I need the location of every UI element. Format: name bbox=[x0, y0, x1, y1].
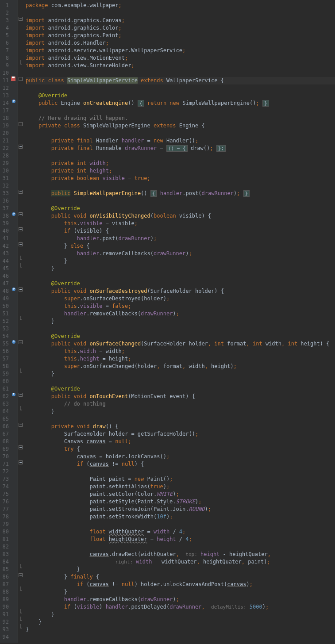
code-line[interactable] bbox=[26, 130, 335, 137]
fold-gutter[interactable] bbox=[18, 0, 23, 643]
line-number[interactable]: 62 bbox=[2, 393, 9, 400]
line-number[interactable]: 32 bbox=[2, 182, 9, 190]
line-number[interactable]: 10 bbox=[2, 69, 9, 77]
line-number[interactable]: 68 bbox=[2, 438, 9, 445]
code-line[interactable]: paint.setAntiAlias(true); bbox=[26, 483, 335, 491]
code-line[interactable]: import android.service.wallpaper.Wallpap… bbox=[26, 47, 335, 54]
fold-cell[interactable] bbox=[18, 406, 23, 414]
code-line[interactable]: private int width; bbox=[26, 160, 335, 167]
code-line[interactable]: paint.setStrokeJoin(Paint.Join.ROUND); bbox=[26, 506, 335, 513]
line-number[interactable]: 52 bbox=[2, 318, 9, 325]
code-line[interactable]: } bbox=[26, 618, 335, 626]
fold-collapse-icon[interactable] bbox=[19, 460, 23, 464]
line-number[interactable]: 79 bbox=[2, 521, 9, 528]
fold-cell[interactable] bbox=[18, 143, 23, 150]
fold-end-icon[interactable] bbox=[18, 316, 23, 323]
code-line[interactable]: @Override bbox=[26, 92, 335, 100]
line-number[interactable]: 63 bbox=[2, 400, 9, 408]
code-line[interactable]: public void onVisibilityChanged(boolean … bbox=[26, 212, 335, 220]
line-number[interactable]: 49 bbox=[2, 295, 9, 303]
line-number[interactable]: 4 bbox=[2, 24, 9, 32]
code-line[interactable]: handler.removeCallbacks(drawRunner); bbox=[26, 310, 335, 318]
fold-end-icon[interactable] bbox=[18, 609, 23, 617]
code-line[interactable]: private boolean visible = true; bbox=[26, 175, 335, 182]
code-line[interactable]: // Here drawing will happen. bbox=[26, 115, 335, 122]
code-line[interactable]: } bbox=[26, 265, 335, 272]
line-number[interactable]: 93 bbox=[2, 626, 9, 633]
line-number[interactable]: 42 bbox=[2, 242, 9, 250]
line-number[interactable]: 33 bbox=[2, 190, 9, 197]
override-icon[interactable] bbox=[12, 340, 16, 344]
line-number[interactable]: 55 bbox=[2, 340, 9, 348]
line-number[interactable]: 22 bbox=[2, 145, 9, 152]
line-number[interactable]: 81 bbox=[2, 536, 9, 543]
code-area[interactable]: package com.example.wallpaper;import and… bbox=[23, 0, 335, 643]
code-line[interactable]: } bbox=[26, 588, 335, 596]
line-number[interactable]: 40 bbox=[2, 227, 9, 235]
code-line[interactable] bbox=[26, 468, 335, 475]
code-line[interactable]: handler.removeCallbacks(drawRunner); bbox=[26, 596, 335, 603]
fold-end-icon[interactable] bbox=[18, 256, 23, 263]
code-line[interactable]: private int height; bbox=[26, 167, 335, 175]
code-line[interactable]: SurfaceHolder holder = getSurfaceHolder(… bbox=[26, 430, 335, 438]
line-number[interactable]: 31 bbox=[2, 175, 9, 182]
line-number[interactable]: 65 bbox=[2, 415, 9, 423]
fold-cell[interactable] bbox=[18, 571, 23, 579]
fold-end-icon[interactable] bbox=[18, 586, 23, 594]
line-number[interactable]: 78 bbox=[2, 513, 9, 521]
code-line[interactable]: public void onTouchEvent(MotionEvent eve… bbox=[26, 393, 335, 400]
line-number[interactable]: 91 bbox=[2, 611, 9, 618]
fold-collapse-icon[interactable] bbox=[19, 145, 23, 149]
code-line[interactable]: } bbox=[26, 626, 335, 633]
code-line[interactable]: // do nothing bbox=[26, 400, 335, 408]
code-line[interactable]: private void draw() { bbox=[26, 423, 335, 430]
line-number[interactable]: 66 bbox=[2, 423, 9, 430]
fold-collapse-icon[interactable] bbox=[19, 288, 23, 291]
code-line[interactable] bbox=[26, 107, 335, 115]
line-number[interactable]: 74 bbox=[2, 483, 9, 491]
fold-collapse-icon[interactable] bbox=[19, 212, 23, 216]
code-line[interactable]: float heightQuater = height / 4; bbox=[26, 536, 335, 543]
code-line[interactable]: } bbox=[26, 257, 335, 265]
line-number[interactable]: 67 bbox=[2, 430, 9, 438]
line-number[interactable]: 87 bbox=[2, 581, 9, 588]
fold-collapse-icon[interactable] bbox=[19, 242, 23, 246]
code-line[interactable]: private final Runnable drawRunner = () →… bbox=[26, 145, 335, 152]
override-icon[interactable] bbox=[12, 392, 16, 397]
line-number[interactable]: 37 bbox=[2, 205, 9, 212]
code-line[interactable]: } bbox=[26, 370, 335, 378]
fold-end-icon[interactable] bbox=[18, 368, 23, 376]
line-number[interactable]: 46 bbox=[2, 272, 9, 280]
code-line[interactable]: handler.post(drawRunner); bbox=[26, 235, 335, 242]
line-number[interactable]: 12 bbox=[2, 84, 9, 92]
fold-end-icon[interactable] bbox=[18, 406, 23, 414]
line-number[interactable]: 17 bbox=[2, 107, 9, 115]
annotation-gutter[interactable] bbox=[11, 0, 18, 643]
line-number[interactable]: 13 bbox=[2, 92, 9, 100]
code-line[interactable]: paint.setColor(Color.WHITE); bbox=[26, 491, 335, 498]
line-number[interactable]: 80 bbox=[2, 528, 9, 536]
code-line[interactable]: public SimpleWallpaperEngine() { handler… bbox=[26, 190, 335, 197]
code-line[interactable] bbox=[26, 633, 335, 641]
code-line[interactable] bbox=[26, 69, 335, 77]
line-number[interactable]: 75 bbox=[2, 491, 9, 498]
line-number[interactable]: 47 bbox=[2, 280, 9, 288]
code-line[interactable]: @Override bbox=[26, 280, 335, 288]
code-line[interactable]: import android.graphics.Color; bbox=[26, 24, 335, 32]
fold-cell[interactable] bbox=[18, 617, 23, 624]
code-line[interactable]: public class SimpleWallpaperService exte… bbox=[26, 77, 335, 84]
fold-cell[interactable] bbox=[18, 188, 23, 196]
code-line[interactable]: @Override bbox=[26, 385, 335, 393]
code-line[interactable] bbox=[26, 378, 335, 385]
line-number[interactable]: 1 bbox=[2, 2, 9, 9]
override-icon[interactable] bbox=[12, 212, 16, 216]
code-line[interactable]: handler.removeCallbacks(drawRunner); bbox=[26, 250, 335, 257]
fold-cell[interactable] bbox=[18, 120, 23, 128]
line-number[interactable]: 38 bbox=[2, 212, 9, 220]
fold-collapse-icon[interactable] bbox=[19, 393, 23, 397]
line-number[interactable]: 86 bbox=[2, 573, 9, 581]
line-number[interactable]: 50 bbox=[2, 303, 9, 310]
fold-cell[interactable] bbox=[18, 459, 23, 466]
fold-cell[interactable] bbox=[18, 241, 23, 248]
code-line[interactable]: } bbox=[26, 318, 335, 325]
